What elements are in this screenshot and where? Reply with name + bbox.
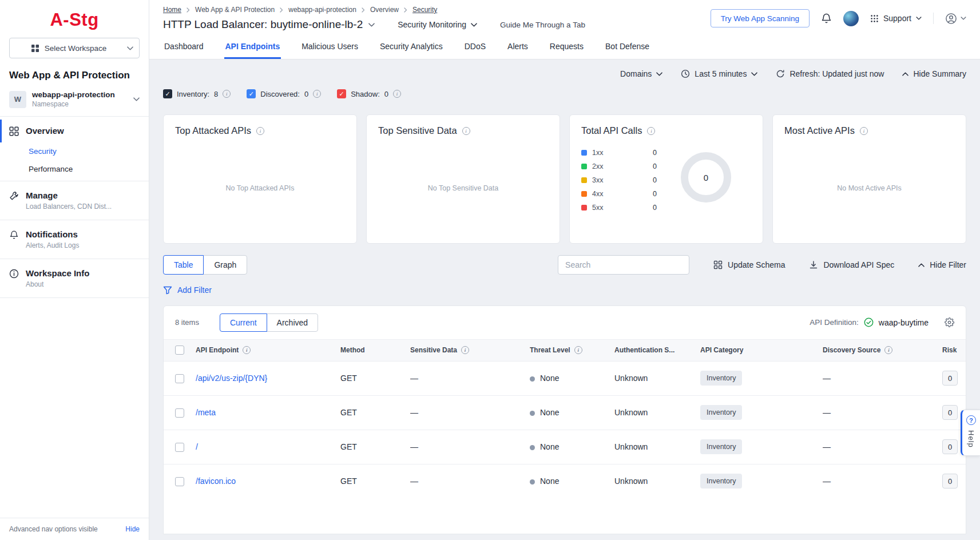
refresh-button[interactable]: Refresh: Updated just now <box>776 69 884 78</box>
legend-item-1xx: 1xx 0 <box>581 149 657 157</box>
threat-level-value: None <box>540 408 559 417</box>
domains-label: Domains <box>620 69 652 78</box>
hide-filter-toggle[interactable]: Hide Filter <box>918 260 966 269</box>
tab-ddos[interactable]: DDoS <box>463 34 487 59</box>
sidebar-item-sublabel: About <box>26 280 89 288</box>
info-icon[interactable]: i <box>256 127 264 135</box>
domains-select[interactable]: Domains <box>620 69 662 78</box>
gear-icon[interactable] <box>945 317 954 327</box>
column-header-discovery-source: Discovery Source <box>823 346 880 354</box>
archived-tab-button[interactable]: Archived <box>267 313 318 332</box>
info-icon[interactable]: i <box>223 90 231 98</box>
breadcrumb-current[interactable]: Security <box>412 6 437 14</box>
sidebar-item-performance[interactable]: Performance <box>0 160 149 178</box>
info-icon[interactable]: i <box>647 127 655 135</box>
tab-requests[interactable]: Requests <box>549 34 585 59</box>
guide-me-link[interactable]: Guide Me Through a Tab <box>500 21 585 29</box>
app-logo[interactable]: A-Stg <box>0 0 149 38</box>
update-schema-label: Update Schema <box>728 260 785 269</box>
discovered-checkbox[interactable]: ✓ <box>247 89 256 98</box>
column-header-api-endpoint: API Endpoint <box>196 346 239 354</box>
info-icon[interactable]: i <box>884 346 892 354</box>
tab-alerts[interactable]: Alerts <box>506 34 529 59</box>
info-icon[interactable]: i <box>860 127 868 135</box>
sidebar-item-workspace-info[interactable]: Workspace Info About <box>0 262 149 295</box>
breadcrumb-item[interactable]: webapp-api-protection <box>288 6 356 14</box>
legend-swatch <box>581 164 587 169</box>
risk-score-badge: 0 <box>942 474 958 489</box>
row-checkbox[interactable] <box>175 443 184 452</box>
card-title: Most Active APIs <box>784 125 855 136</box>
update-schema-button[interactable]: Update Schema <box>713 260 785 269</box>
hide-nav-options-link[interactable]: Hide <box>125 525 140 533</box>
tab-api-endpoints[interactable]: API Endpoints <box>224 34 281 59</box>
download-api-spec-button[interactable]: Download API Spec <box>809 260 894 269</box>
card-title: Total API Calls <box>581 125 642 136</box>
inventory-checkbox[interactable]: ✓ <box>163 89 172 98</box>
table-view-button[interactable]: Table <box>163 255 204 275</box>
search-input[interactable] <box>558 255 689 275</box>
workspace-selector[interactable]: Select Workspace <box>9 38 140 58</box>
row-checkbox[interactable] <box>175 408 184 418</box>
breadcrumb-home[interactable]: Home <box>163 6 181 14</box>
summary-cards: Top Attacked APIs i No Top Attacked APIs… <box>163 114 966 244</box>
row-checkbox[interactable] <box>175 477 184 486</box>
filter-inventory[interactable]: ✓ Inventory: 8 i <box>163 89 231 98</box>
help-tab[interactable]: ? Help <box>961 410 980 456</box>
info-icon[interactable]: i <box>243 346 251 354</box>
add-filter-button[interactable]: Add Filter <box>163 285 212 295</box>
sidebar-item-security[interactable]: Security <box>0 142 149 160</box>
chevron-right-icon <box>362 7 365 13</box>
bell-icon <box>9 230 19 240</box>
breadcrumb-item[interactable]: Web App & API Protection <box>195 6 275 14</box>
api-endpoint-link[interactable]: /favicon.ico <box>196 477 236 486</box>
legend-label: 1xx <box>592 149 603 157</box>
hide-summary-toggle[interactable]: Hide Summary <box>902 69 966 78</box>
try-web-app-scanning-button[interactable]: Try Web App Scanning <box>711 9 810 27</box>
api-category-cell: Inventory <box>700 464 823 498</box>
threat-level-dot <box>530 376 535 382</box>
table-row: /favicon.ico GET — None Unknown Inventor… <box>164 464 966 498</box>
shadow-checkbox[interactable]: ✓ <box>337 89 346 98</box>
current-tab-button[interactable]: Current <box>220 313 267 332</box>
info-icon[interactable]: i <box>461 346 469 354</box>
api-endpoint-link[interactable]: /meta <box>196 408 216 417</box>
namespace-selector[interactable]: W webapp-api-protection Namespace <box>0 89 149 116</box>
support-menu[interactable]: Support <box>870 14 922 23</box>
breadcrumb-item[interactable]: Overview <box>370 6 399 14</box>
risk-cell: 0 <box>942 464 966 498</box>
info-icon[interactable]: i <box>313 90 321 98</box>
account-menu[interactable] <box>945 13 966 25</box>
info-icon[interactable]: i <box>574 346 582 354</box>
api-definition-link[interactable]: waap-buytime <box>879 318 929 327</box>
select-all-checkbox[interactable] <box>175 346 184 355</box>
filter-label: Shadow: <box>351 90 380 98</box>
api-endpoint-link[interactable]: /api/v2/us-zip/{DYN} <box>196 374 267 383</box>
wrench-icon <box>9 191 19 201</box>
tab-bot-defense[interactable]: Bot Defense <box>604 34 650 59</box>
legend-item-3xx: 3xx 0 <box>581 176 657 184</box>
tab-dashboard[interactable]: Dashboard <box>163 34 205 59</box>
sidebar-item-overview[interactable]: Overview <box>0 120 149 142</box>
user-avatar[interactable] <box>843 11 859 26</box>
sidebar-item-manage[interactable]: Manage Load Balancers, CDN Dist... <box>0 184 149 217</box>
graph-view-button[interactable]: Graph <box>203 255 247 275</box>
tab-bar: Dashboard API Endpoints Malicious Users … <box>149 34 980 59</box>
sidebar-item-notifications[interactable]: Notifications Alerts, Audit Logs <box>0 223 149 256</box>
time-range-select[interactable]: Last 5 minutes <box>681 69 757 78</box>
tab-security-analytics[interactable]: Security Analytics <box>379 34 444 59</box>
load-balancer-switcher-chevron-icon[interactable] <box>368 23 375 27</box>
info-icon[interactable]: i <box>393 90 401 98</box>
info-icon[interactable]: i <box>462 127 470 135</box>
api-category-cell: Inventory <box>700 361 823 395</box>
notifications-bell-icon[interactable] <box>821 13 832 24</box>
monitoring-mode-select[interactable]: Security Monitoring <box>398 20 477 29</box>
filter-shadow[interactable]: ✓ Shadow: 0 i <box>337 89 401 98</box>
tab-malicious-users[interactable]: Malicious Users <box>300 34 359 59</box>
check-circle-icon <box>864 317 874 327</box>
api-endpoint-link[interactable]: / <box>196 442 198 451</box>
app-root: A-Stg Select Workspace Web App & API Pro… <box>0 0 980 540</box>
row-checkbox[interactable] <box>175 374 184 383</box>
filter-discovered[interactable]: ✓ Discovered: 0 i <box>247 89 321 98</box>
legend-value: 0 <box>653 162 657 170</box>
